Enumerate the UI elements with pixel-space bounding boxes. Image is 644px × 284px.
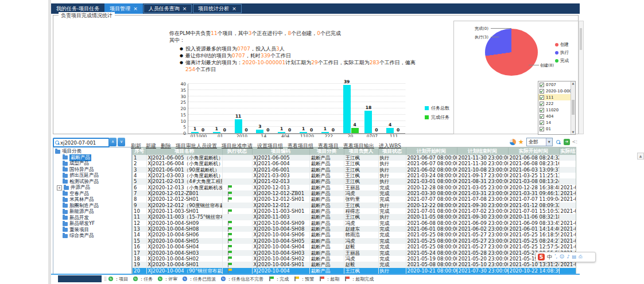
toolbar-link-设置项目组[interactable]: 设置项目组 — [257, 143, 283, 149]
scroll-up-icon[interactable]: ▲ — [571, 81, 575, 85]
project-search-box[interactable] — [53, 138, 110, 147]
cell: 赵毅 — [344, 262, 378, 267]
table-row[interactable]: 3XJ2021-06-001（90度裁断机）XJ2021-06-001裁断产品王… — [133, 167, 576, 173]
scroll-thumb[interactable] — [572, 100, 575, 115]
table-row[interactable]: 20XJ2020-10-004（90°钢丝帘布裁断机）XJ2020-10-004… — [133, 268, 576, 274]
table-row[interactable]: 7XJ2020-12-012-ZB01XJ2020-12-012-ZB01裁断产… — [133, 190, 576, 196]
table-row[interactable]: 1XJ2021-06-005（小角度裁断机）XJ2021-06-005裁断产品王… — [133, 155, 576, 161]
cell: 2021-11-30 23:00:00 — [457, 161, 508, 166]
cell: 王丽昌 — [344, 185, 378, 190]
filter-item[interactable]: 0707 — [538, 81, 575, 88]
scope-select[interactable]: 全部 ▼ — [526, 138, 553, 146]
filter-list-scrollbar[interactable]: ▲ ▼ — [571, 81, 575, 134]
table-row[interactable]: 18XJ2020-10-004-SH02XJ2020-10-004-SH02裁断… — [133, 256, 576, 262]
exec-status-cell — [222, 256, 252, 262]
search-next-button[interactable]: ∨ — [118, 138, 125, 146]
ime-mode-icon[interactable]: 中 — [547, 254, 552, 261]
checkbox[interactable] — [540, 95, 544, 100]
chart-view-icon[interactable] — [510, 139, 516, 145]
table-row[interactable]: 9XJ2020-12-012（90度钢丝帘布裁断机）XJ2020-12-012裁… — [133, 203, 576, 208]
table-row[interactable]: 17XJ2020-10-004-SH03XJ2020-10-004-SH03裁断… — [133, 250, 576, 256]
expand-icon[interactable]: + — [57, 185, 62, 190]
search-input[interactable] — [60, 140, 103, 146]
checkbox[interactable] — [540, 102, 544, 106]
toolbar-link-项目批准申请[interactable]: 项目批准申请 — [222, 143, 253, 149]
tree-item[interactable]: 新品研发YF — [53, 221, 131, 227]
tab-项目统计分析[interactable]: 项目统计分析× — [193, 4, 242, 13]
collapse-icon[interactable]: <: — [572, 139, 577, 145]
table-row[interactable]: 14XJ2020-10-004-SH06XJ2020-10-004-SH06裁断… — [133, 232, 576, 238]
table-row[interactable]: 19XJ2020-10-004-SH01XJ2020-10-004-SH01裁断… — [133, 262, 576, 267]
close-icon[interactable]: × — [232, 6, 236, 11]
table-row[interactable]: 6XJ2020-12-013（小角度裁断机改造）XJ2020-12-013裁断产… — [133, 185, 576, 190]
table-row[interactable]: 16XJ2020-10-004-SH04XJ2020-10-004-SH04裁断… — [133, 244, 576, 250]
filter-item[interactable]: 2020-10-000001 — [538, 88, 575, 94]
toolbar-link-新建[interactable]: 新建 — [146, 143, 156, 149]
tree-item[interactable]: 检测试验产品 — [53, 179, 131, 185]
tree-root[interactable]: 项目分类 — [53, 149, 131, 155]
checkbox[interactable] — [540, 83, 544, 87]
tree-item[interactable]: 裁断产品 — [53, 155, 131, 161]
table-row[interactable]: 5XJ2021-02-013（4#大角度工程胎规格拓展改造）XJ2021-02-… — [133, 178, 576, 184]
search-icon[interactable] — [556, 140, 560, 144]
table-row[interactable]: 15XJ2020-10-004-SH05XJ2020-10-004-SH05裁断… — [133, 238, 576, 244]
export-icon[interactable]: ➔ — [564, 139, 570, 145]
checkbox[interactable] — [540, 127, 544, 131]
filter-item[interactable]: 01 — [538, 126, 575, 132]
toolbar-link-查看项目输出[interactable]: 查看项目输出 — [343, 143, 374, 149]
bullet-text: 偏离计划最大的项目为：2020-10-000001计划工期为29个工作日，实际工… — [185, 59, 417, 73]
checkbox[interactable] — [540, 108, 544, 112]
legend-label: ：超期完成 — [351, 276, 374, 282]
chevron-down-icon[interactable]: ▼ — [546, 138, 552, 146]
printer-icon[interactable]: ⎙ — [579, 254, 582, 260]
favorite-star-icon[interactable]: ★ — [518, 139, 524, 145]
stats-panel-scrollbar[interactable] — [579, 21, 584, 134]
punctuation-icon[interactable]: ’, — [554, 254, 557, 260]
column-header[interactable]: 实际结束时间 — [559, 147, 576, 155]
table-row[interactable]: 10XJ2020-11-003-SH01XJ2020-11-003-SH01裁断… — [133, 208, 576, 214]
checkbox[interactable] — [540, 114, 544, 119]
column-header[interactable]: 计划结束时间 — [457, 147, 508, 155]
tree-item[interactable]: +井源产品 — [53, 185, 131, 191]
filter-item[interactable]: 11020 — [538, 107, 575, 113]
table-row[interactable]: 12XJ2020-10-004-SH09XJ2020-10-004-SH09裁断… — [133, 220, 576, 226]
filter-item[interactable]: 14 — [538, 119, 575, 126]
scroll-down-icon[interactable]: ▼ — [571, 130, 575, 134]
filter-item[interactable]: 222 — [538, 100, 575, 107]
emoji-icon[interactable]: ☺ — [560, 254, 564, 260]
cell: XJ2020-10-004-SH04 — [252, 244, 309, 250]
search-prev-button[interactable]: ∧ — [109, 138, 117, 146]
tree-item[interactable]: 新能源产品 — [53, 209, 131, 215]
toolbar-link-查看项目组[interactable]: 查看项目组 — [288, 143, 313, 149]
scroll-thumb[interactable] — [580, 28, 582, 50]
checkbox[interactable] — [540, 89, 544, 94]
keyboard-icon[interactable]: ▤ — [572, 254, 577, 260]
tree-item[interactable]: 综合类产品 — [53, 233, 131, 239]
toolbar-link-查看项目[interactable]: 查看项目 — [318, 143, 339, 149]
cell: 2021-05-27 23:00:00 — [457, 232, 508, 238]
filter-item[interactable]: 404 — [538, 113, 575, 119]
summary-text: 个工作日，实际工期为 — [318, 60, 370, 65]
toolbar-link-项目审批人员设置[interactable]: 项目审批人员设置 — [176, 143, 217, 149]
close-icon[interactable]: × — [133, 6, 138, 11]
column-header[interactable]: 计划开始时间 — [406, 147, 457, 155]
table-row[interactable]: 11XJ2020-11-003（15-75°钢丝帘布裁断机）XJ2020-11-… — [133, 214, 576, 220]
column-header[interactable]: 实际开始时间 — [508, 147, 559, 155]
close-icon[interactable]: × — [183, 6, 187, 11]
tab-人员任务查询[interactable]: 人员任务查询× — [143, 4, 192, 13]
folder-icon — [63, 222, 68, 226]
sogou-logo-icon[interactable]: S — [538, 254, 545, 260]
pie-legend-label: 执行 — [560, 50, 569, 56]
mic-icon[interactable]: ♪ — [567, 254, 569, 260]
table-row[interactable]: 8XJ2020-12-012-SH01XJ2020-12-012-SH01裁断产… — [133, 196, 576, 202]
table-row[interactable]: 13XJ2020-10-004-SH08XJ2020-10-004-SH08裁断… — [133, 226, 576, 232]
table-row[interactable]: 2XJ2021-06-004（小角度裁断机）XJ2021-06-004裁断产品王… — [133, 161, 576, 166]
page-scroll-up-icon[interactable]: ▲ — [637, 153, 644, 159]
toolbar-link-进入WBS[interactable]: 进入WBS — [379, 143, 401, 149]
checkbox[interactable] — [540, 120, 544, 125]
ime-toolbar[interactable]: S 中 ’, ☺ ♪ ▤ ⎙ — [536, 252, 596, 262]
filter-item[interactable]: 111 — [538, 94, 575, 100]
toolbar-link-刷新[interactable]: 刷新 — [131, 143, 141, 149]
table-row[interactable]: 4XJ2021-03-003（小角度裁断机）XJ2021-03-003裁断产品王… — [133, 173, 576, 178]
toolbar-link-删除[interactable]: 删除 — [161, 143, 171, 149]
